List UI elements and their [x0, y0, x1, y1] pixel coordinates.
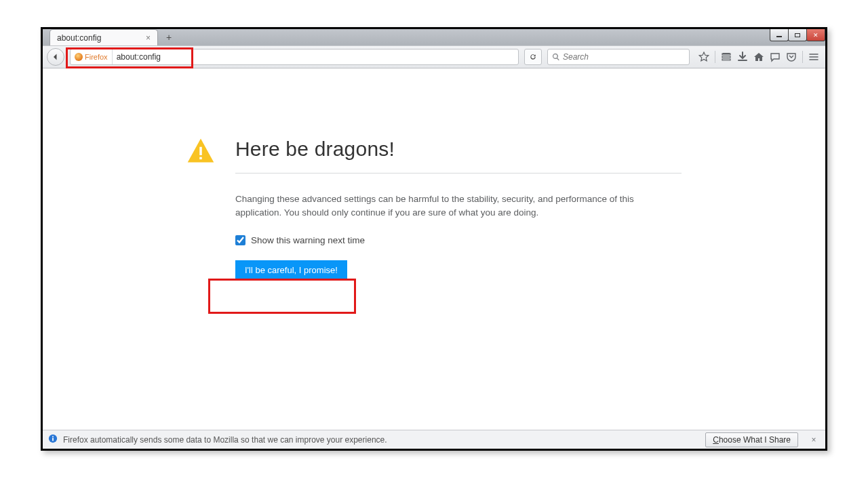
identity-label: Firefox	[85, 53, 108, 61]
show-warning-checkbox[interactable]: Show this warning next time	[235, 235, 682, 245]
address-bar[interactable]: Firefox	[70, 49, 519, 65]
svg-rect-0	[199, 147, 202, 155]
tab-title: about:config	[57, 33, 101, 43]
tab-close-icon[interactable]: ×	[144, 33, 152, 43]
downloads-icon[interactable]	[735, 49, 750, 64]
info-icon	[48, 434, 58, 445]
reload-button[interactable]	[524, 49, 542, 65]
page-content: Here be dragons! Changing these advanced…	[43, 68, 825, 430]
toolbar-separator	[715, 51, 715, 63]
new-tab-button[interactable]: +	[161, 30, 177, 44]
browser-window: about:config × + ✕ Firefox	[41, 27, 827, 451]
svg-rect-4	[52, 436, 54, 438]
window-minimize-button[interactable]	[770, 29, 789, 41]
accept-risk-button[interactable]: I'll be careful, I promise!	[235, 260, 347, 280]
pocket-icon[interactable]	[784, 49, 799, 64]
navigation-toolbar: Firefox	[43, 45, 825, 68]
toolbar-icons	[696, 49, 821, 64]
browser-tab[interactable]: about:config ×	[50, 29, 158, 45]
url-input[interactable]	[113, 52, 518, 62]
search-icon	[552, 53, 560, 61]
svg-rect-3	[52, 438, 54, 441]
search-input[interactable]	[563, 52, 685, 62]
window-controls: ✕	[770, 29, 825, 41]
window-maximize-button[interactable]	[788, 29, 807, 41]
svg-rect-1	[199, 157, 202, 160]
bookmark-star-icon[interactable]	[696, 49, 711, 64]
firefox-icon	[75, 53, 83, 61]
config-warning: Here be dragons! Changing these advanced…	[186, 136, 682, 280]
notification-close-icon[interactable]: ×	[808, 434, 820, 446]
warning-description: Changing these advanced settings can be …	[235, 192, 682, 219]
back-button[interactable]	[47, 48, 64, 66]
choose-share-button[interactable]: Choose What I Share	[705, 432, 798, 447]
library-icon[interactable]	[719, 49, 734, 64]
search-bar[interactable]	[547, 49, 690, 65]
toolbar-separator	[802, 51, 803, 63]
window-close-button[interactable]: ✕	[806, 29, 825, 41]
show-warning-checkbox-input[interactable]	[235, 235, 245, 245]
telemetry-notification-bar: Firefox automatically sends some data to…	[43, 430, 825, 449]
telemetry-message: Firefox automatically sends some data to…	[63, 435, 700, 445]
show-warning-label: Show this warning next time	[251, 235, 365, 245]
site-identity[interactable]: Firefox	[71, 49, 113, 64]
menu-icon[interactable]	[806, 49, 821, 64]
warning-body: Here be dragons! Changing these advanced…	[235, 136, 682, 280]
chat-icon[interactable]	[768, 49, 783, 64]
home-icon[interactable]	[751, 49, 766, 64]
titlebar: about:config × + ✕	[43, 29, 825, 45]
warning-heading: Here be dragons!	[235, 138, 682, 174]
warning-triangle-icon	[186, 136, 215, 167]
